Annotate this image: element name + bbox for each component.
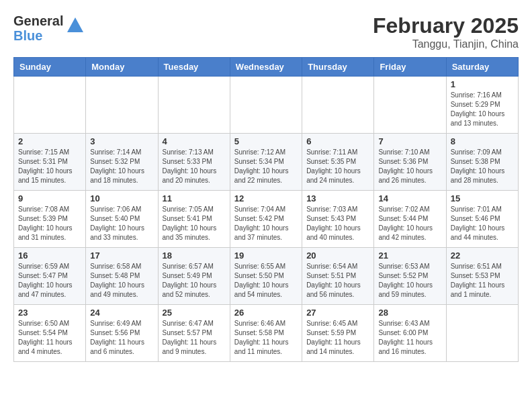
weekday-header-friday: Friday: [374, 58, 446, 77]
calendar-cell: 11Sunrise: 7:05 AM Sunset: 5:41 PM Dayli…: [158, 191, 230, 248]
day-number: 11: [163, 193, 226, 203]
day-number: 24: [90, 308, 153, 318]
calendar-cell: [158, 77, 230, 134]
day-number: 17: [90, 250, 153, 261]
day-number: 2: [18, 136, 81, 146]
day-info: Sunrise: 7:16 AM Sunset: 5:29 PM Dayligh…: [451, 91, 514, 128]
weekday-header-wednesday: Wednesday: [230, 58, 302, 77]
calendar-cell: 10Sunrise: 7:06 AM Sunset: 5:40 PM Dayli…: [86, 191, 158, 248]
day-number: 7: [378, 136, 441, 146]
day-number: 5: [234, 136, 298, 146]
calendar-cell: [302, 77, 374, 134]
day-info: Sunrise: 7:05 AM Sunset: 5:41 PM Dayligh…: [163, 205, 226, 242]
weekday-header-thursday: Thursday: [302, 58, 374, 77]
day-info: Sunrise: 6:51 AM Sunset: 5:53 PM Dayligh…: [451, 262, 514, 300]
calendar-cell: 17Sunrise: 6:58 AM Sunset: 5:48 PM Dayli…: [86, 248, 158, 305]
calendar-week-3: 9Sunrise: 7:08 AM Sunset: 5:39 PM Daylig…: [14, 191, 519, 248]
calendar-cell: 25Sunrise: 6:47 AM Sunset: 5:57 PM Dayli…: [158, 305, 230, 362]
calendar-cell: 2Sunrise: 7:15 AM Sunset: 5:31 PM Daylig…: [14, 134, 86, 191]
day-info: Sunrise: 7:09 AM Sunset: 5:38 PM Dayligh…: [451, 148, 514, 185]
logo-blue: Blue: [13, 28, 63, 43]
day-info: Sunrise: 7:12 AM Sunset: 5:34 PM Dayligh…: [234, 148, 298, 185]
day-info: Sunrise: 6:46 AM Sunset: 5:58 PM Dayligh…: [234, 319, 298, 357]
svg-marker-0: [67, 17, 83, 32]
logo-general: General: [13, 13, 63, 28]
day-info: Sunrise: 7:11 AM Sunset: 5:35 PM Dayligh…: [306, 148, 369, 185]
day-number: 20: [306, 250, 369, 261]
weekday-header-row: SundayMondayTuesdayWednesdayThursdayFrid…: [14, 58, 519, 77]
day-number: 28: [378, 308, 441, 318]
calendar-cell: 13Sunrise: 7:03 AM Sunset: 5:43 PM Dayli…: [302, 191, 374, 248]
calendar-cell: 3Sunrise: 7:14 AM Sunset: 5:32 PM Daylig…: [86, 134, 158, 191]
day-info: Sunrise: 6:54 AM Sunset: 5:51 PM Dayligh…: [306, 262, 369, 300]
day-info: Sunrise: 6:53 AM Sunset: 5:52 PM Dayligh…: [378, 262, 441, 300]
calendar-cell: 22Sunrise: 6:51 AM Sunset: 5:53 PM Dayli…: [446, 248, 518, 305]
day-info: Sunrise: 6:50 AM Sunset: 5:54 PM Dayligh…: [18, 319, 81, 357]
calendar-cell: 21Sunrise: 6:53 AM Sunset: 5:52 PM Dayli…: [374, 248, 446, 305]
calendar-week-2: 2Sunrise: 7:15 AM Sunset: 5:31 PM Daylig…: [14, 134, 519, 191]
calendar-week-5: 23Sunrise: 6:50 AM Sunset: 5:54 PM Dayli…: [14, 305, 519, 362]
calendar-cell: 19Sunrise: 6:55 AM Sunset: 5:50 PM Dayli…: [230, 248, 302, 305]
calendar-cell: 15Sunrise: 7:01 AM Sunset: 5:46 PM Dayli…: [446, 191, 518, 248]
day-info: Sunrise: 6:45 AM Sunset: 5:59 PM Dayligh…: [306, 319, 369, 357]
day-number: 6: [306, 136, 369, 146]
calendar-cell: [14, 77, 86, 134]
day-number: 1: [451, 79, 514, 89]
calendar-cell: [230, 77, 302, 134]
day-number: 10: [90, 193, 153, 203]
calendar-cell: [374, 77, 446, 134]
day-info: Sunrise: 7:15 AM Sunset: 5:31 PM Dayligh…: [18, 148, 81, 185]
day-number: 16: [18, 250, 81, 261]
calendar-table: SundayMondayTuesdayWednesdayThursdayFrid…: [13, 57, 519, 362]
calendar-cell: 5Sunrise: 7:12 AM Sunset: 5:34 PM Daylig…: [230, 134, 302, 191]
day-number: 21: [378, 250, 441, 261]
day-info: Sunrise: 6:55 AM Sunset: 5:50 PM Dayligh…: [234, 262, 298, 300]
day-number: 23: [18, 308, 81, 318]
weekday-header-tuesday: Tuesday: [158, 58, 230, 77]
calendar-week-4: 16Sunrise: 6:59 AM Sunset: 5:47 PM Dayli…: [14, 248, 519, 305]
day-info: Sunrise: 7:06 AM Sunset: 5:40 PM Dayligh…: [90, 205, 153, 242]
calendar-cell: 14Sunrise: 7:02 AM Sunset: 5:44 PM Dayli…: [374, 191, 446, 248]
day-number: 4: [163, 136, 226, 146]
day-number: 12: [234, 193, 298, 203]
day-info: Sunrise: 6:43 AM Sunset: 6:00 PM Dayligh…: [378, 319, 441, 357]
day-info: Sunrise: 6:47 AM Sunset: 5:57 PM Dayligh…: [163, 319, 226, 357]
calendar-cell: 16Sunrise: 6:59 AM Sunset: 5:47 PM Dayli…: [14, 248, 86, 305]
day-number: 26: [234, 308, 298, 318]
day-info: Sunrise: 7:04 AM Sunset: 5:42 PM Dayligh…: [234, 205, 298, 242]
location-title: Tanggu, Tianjin, China: [373, 38, 519, 50]
weekday-header-monday: Monday: [86, 58, 158, 77]
page-header: General Blue February 2025 Tanggu, Tianj…: [13, 13, 519, 50]
day-info: Sunrise: 7:08 AM Sunset: 5:39 PM Dayligh…: [18, 205, 81, 242]
calendar-cell: 26Sunrise: 6:46 AM Sunset: 5:58 PM Dayli…: [230, 305, 302, 362]
day-info: Sunrise: 7:13 AM Sunset: 5:33 PM Dayligh…: [163, 148, 226, 185]
month-title: February 2025: [373, 13, 519, 38]
calendar-cell: 24Sunrise: 6:49 AM Sunset: 5:56 PM Dayli…: [86, 305, 158, 362]
weekday-header-saturday: Saturday: [446, 58, 518, 77]
day-info: Sunrise: 7:01 AM Sunset: 5:46 PM Dayligh…: [451, 205, 514, 242]
day-info: Sunrise: 6:59 AM Sunset: 5:47 PM Dayligh…: [18, 262, 81, 300]
day-number: 22: [451, 250, 514, 261]
calendar-cell: 6Sunrise: 7:11 AM Sunset: 5:35 PM Daylig…: [302, 134, 374, 191]
day-number: 27: [306, 308, 369, 318]
calendar-cell: 28Sunrise: 6:43 AM Sunset: 6:00 PM Dayli…: [374, 305, 446, 362]
title-block: February 2025 Tanggu, Tianjin, China: [373, 13, 519, 50]
day-number: 15: [451, 193, 514, 203]
weekday-header-sunday: Sunday: [14, 58, 86, 77]
calendar-cell: 7Sunrise: 7:10 AM Sunset: 5:36 PM Daylig…: [374, 134, 446, 191]
calendar-cell: 4Sunrise: 7:13 AM Sunset: 5:33 PM Daylig…: [158, 134, 230, 191]
day-info: Sunrise: 6:58 AM Sunset: 5:48 PM Dayligh…: [90, 262, 153, 300]
calendar-week-1: 1Sunrise: 7:16 AM Sunset: 5:29 PM Daylig…: [14, 77, 519, 134]
day-info: Sunrise: 6:57 AM Sunset: 5:49 PM Dayligh…: [163, 262, 226, 300]
logo: General Blue: [13, 13, 85, 43]
calendar-cell: 12Sunrise: 7:04 AM Sunset: 5:42 PM Dayli…: [230, 191, 302, 248]
calendar-cell: [446, 305, 518, 362]
day-number: 8: [451, 136, 514, 146]
day-number: 18: [163, 250, 226, 261]
day-info: Sunrise: 6:49 AM Sunset: 5:56 PM Dayligh…: [90, 319, 153, 357]
calendar-cell: 23Sunrise: 6:50 AM Sunset: 5:54 PM Dayli…: [14, 305, 86, 362]
day-number: 9: [18, 193, 81, 203]
day-number: 25: [163, 308, 226, 318]
calendar-cell: 27Sunrise: 6:45 AM Sunset: 5:59 PM Dayli…: [302, 305, 374, 362]
day-number: 19: [234, 250, 298, 261]
